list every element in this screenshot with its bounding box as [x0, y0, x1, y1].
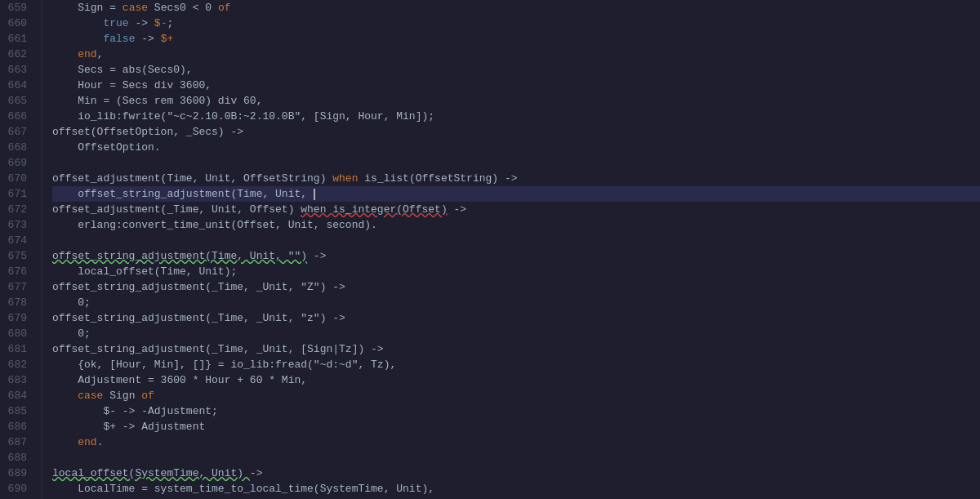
- line-number: 689: [0, 466, 35, 481]
- code-line: true -> $-;: [52, 16, 980, 31]
- line-number: 676: [0, 264, 35, 279]
- code-token: 0;: [52, 326, 91, 341]
- code-line: Adjustment = 3600 * Hour + 60 * Min,: [52, 372, 980, 388]
- code-line: end,: [52, 47, 980, 62]
- code-token: local_offset(SystemTime, Unit): [52, 466, 250, 481]
- line-number: 664: [0, 78, 35, 93]
- line-number: 671: [0, 186, 35, 202]
- code-token: $+: [161, 31, 174, 47]
- line-number: 668: [0, 140, 35, 155]
- code-token: end: [78, 434, 96, 450]
- code-token: Secs = abs(Secs0),: [52, 62, 193, 78]
- code-token: {ok, [Hour, Min], []} = io_lib:fread("~d…: [52, 357, 396, 372]
- code-token: [52, 47, 78, 62]
- code-line: offset_string_adjustment(_Time, _Unit, "…: [52, 279, 980, 295]
- line-number: 660: [0, 16, 35, 31]
- line-number: 687: [0, 434, 35, 450]
- code-line: Sign = case Secs0 < 0 of: [52, 0, 980, 16]
- code-line: offset(OffsetOption, _Secs) ->: [52, 124, 980, 140]
- line-number: 685: [0, 403, 35, 419]
- code-token: ->: [250, 466, 263, 481]
- code-token: offset_adjustment(Time, Unit, OffsetStri…: [52, 171, 332, 186]
- code-token: ,: [97, 47, 104, 62]
- code-token: offset_string_adjustment(_Time, _Unit, "…: [52, 310, 345, 326]
- code-line: case Sign of: [52, 388, 980, 403]
- code-line: offset_adjustment(_Time, Unit, Offset) w…: [52, 202, 980, 217]
- code-editor: 6596606616626636646656666676686696706716…: [0, 0, 980, 499]
- code-token: is_list(OffsetString) ->: [358, 171, 517, 186]
- line-number: 680: [0, 326, 35, 341]
- code-line: erlang:convert_time_unit(Offset, Unit, s…: [52, 217, 980, 233]
- line-number: 672: [0, 202, 35, 217]
- code-token: case: [122, 0, 148, 16]
- line-number: 681: [0, 341, 35, 357]
- code-token: $+ -> Adjustment: [52, 419, 205, 434]
- code-token: [52, 434, 78, 450]
- code-token: [52, 16, 103, 31]
- code-token: Secs0 < 0: [148, 0, 218, 16]
- code-token: true: [103, 16, 128, 31]
- code-token: erlang:convert_time_unit(Offset, Unit, s…: [52, 217, 377, 233]
- code-token: Adjustment = 3600 * Hour + 60 * Min,: [52, 372, 307, 388]
- code-token: [52, 388, 78, 403]
- code-line: offset_string_adjustment(Time, Unit, "")…: [52, 248, 980, 264]
- code-token: [52, 31, 103, 47]
- code-line: 0;: [52, 295, 980, 310]
- code-token: ;: [167, 16, 173, 31]
- code-line: offset_string_adjustment(_Time, _Unit, "…: [52, 310, 980, 326]
- line-number: 688: [0, 450, 35, 466]
- line-number: 683: [0, 372, 35, 388]
- code-line: Hour = Secs div 3600,: [52, 78, 980, 93]
- code-token: of: [218, 0, 231, 16]
- text-cursor: [314, 189, 315, 200]
- code-line: OffsetOption.: [52, 140, 980, 155]
- code-line: local_offset(SystemTime, Unit) ->: [52, 466, 980, 481]
- line-number: 674: [0, 233, 35, 248]
- code-token: offset_string_adjustment(Time, Unit, ""): [52, 248, 307, 264]
- code-token: offset_string_adjustment(_Time, _Unit, […: [52, 341, 384, 357]
- code-token: of: [141, 388, 154, 403]
- line-number: 667: [0, 124, 35, 140]
- code-token: io_lib:fwrite("~c~2.10.0B:~2.10.0B", [Si…: [52, 109, 434, 124]
- line-number: 673: [0, 217, 35, 233]
- code-line: {ok, [Hour, Min], []} = io_lib:fread("~d…: [52, 357, 980, 372]
- code-token: ->: [307, 248, 326, 264]
- code-line: $+ -> Adjustment: [52, 419, 980, 434]
- line-number: 665: [0, 93, 35, 109]
- code-token: .: [97, 434, 104, 450]
- code-token: offset_string_adjustment(Time, Unit,: [52, 186, 314, 202]
- line-number: 662: [0, 47, 35, 62]
- code-content[interactable]: Sign = case Secs0 < 0 of true -> $-; fal…: [42, 0, 980, 499]
- line-number: 686: [0, 419, 35, 434]
- code-line: [52, 450, 980, 466]
- code-token: Sign: [103, 388, 141, 403]
- code-line: local_offset(Time, Unit);: [52, 264, 980, 279]
- code-line: LocalTime = system_time_to_local_time(Sy…: [52, 481, 980, 497]
- code-line: $- -> -Adjustment;: [52, 403, 980, 419]
- code-line: end.: [52, 434, 980, 450]
- code-token: offset_adjustment(_Time, Unit, Offset): [52, 202, 301, 217]
- code-token: offset(OffsetOption, _Secs) ->: [52, 124, 243, 140]
- code-token: false: [103, 31, 135, 47]
- code-line: offset_string_adjustment(Time, Unit,: [52, 186, 980, 202]
- code-line: offset_adjustment(Time, Unit, OffsetStri…: [52, 171, 980, 186]
- code-token: when: [332, 171, 358, 186]
- line-number: 690: [0, 481, 35, 497]
- line-number: 682: [0, 357, 35, 372]
- code-line: false -> $+: [52, 31, 980, 47]
- code-token: ->: [129, 16, 154, 31]
- line-number: 679: [0, 310, 35, 326]
- code-line: offset_string_adjustment(_Time, _Unit, […: [52, 341, 980, 357]
- code-token: end: [78, 47, 96, 62]
- line-number: 678: [0, 295, 35, 310]
- code-line: [52, 233, 980, 248]
- code-token: 0;: [52, 295, 91, 310]
- code-token: Min = (Secs rem 3600) div 60,: [52, 93, 262, 109]
- code-line: 0;: [52, 326, 980, 341]
- line-numbers: 6596606616626636646656666676686696706716…: [0, 0, 42, 499]
- line-number: 670: [0, 171, 35, 186]
- code-token: local_offset(Time, Unit);: [52, 264, 237, 279]
- line-number: 661: [0, 31, 35, 47]
- code-line: io_lib:fwrite("~c~2.10.0B:~2.10.0B", [Si…: [52, 109, 980, 124]
- code-token: $- -> -Adjustment;: [52, 403, 218, 419]
